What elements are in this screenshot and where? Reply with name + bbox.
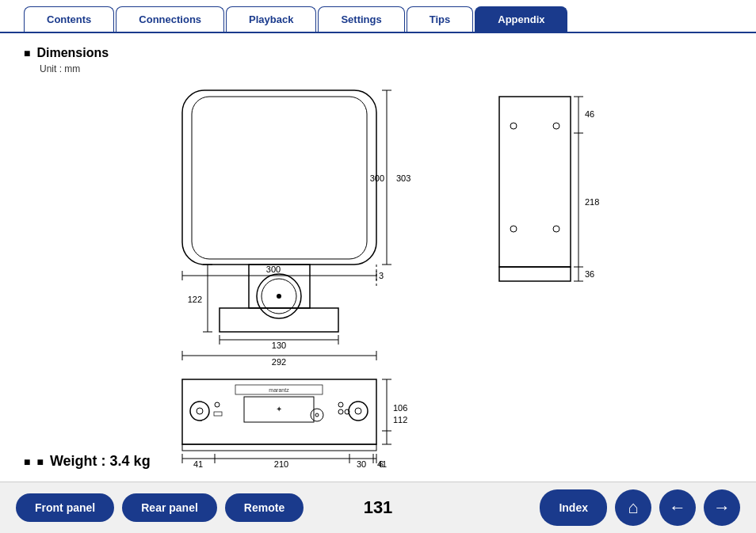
svg-rect-0 [182, 90, 376, 265]
home-button[interactable]: ⌂ [615, 489, 651, 526]
svg-point-59 [338, 402, 343, 407]
svg-text:106: 106 [393, 403, 407, 413]
svg-point-33 [510, 226, 517, 232]
svg-text:112: 112 [393, 415, 407, 424]
svg-text:30: 30 [357, 459, 366, 469]
remote-button[interactable]: Remote [225, 493, 304, 522]
svg-text:3: 3 [379, 271, 384, 280]
rear-panel-button[interactable]: Rear panel [122, 493, 217, 522]
svg-text:303: 303 [396, 173, 410, 183]
svg-point-34 [553, 226, 559, 232]
svg-rect-15 [220, 308, 338, 332]
svg-text:36: 36 [585, 269, 594, 279]
unit-label: Unit : mm [40, 63, 732, 74]
svg-point-58 [315, 413, 319, 417]
back-button[interactable]: ← [659, 489, 696, 526]
nav-tabs: Contents Connections Playback Settings T… [0, 0, 756, 33]
svg-text:122: 122 [188, 295, 202, 304]
svg-text:✦: ✦ [276, 405, 282, 413]
svg-text:300: 300 [370, 173, 384, 183]
svg-rect-35 [499, 267, 571, 281]
svg-text:46: 46 [585, 109, 594, 119]
bottom-bar: Front panel Rear panel Remote 131 Index … [0, 482, 756, 533]
svg-point-14 [277, 294, 281, 299]
weight-section: ■ Weight : 3.4 kg [24, 453, 151, 470]
bottom-right-buttons: Index ⌂ ← → [540, 489, 740, 526]
svg-point-32 [553, 123, 559, 129]
diagrams-area: 300 303 300 122 3 [24, 82, 732, 470]
svg-rect-1 [192, 97, 367, 259]
tab-connections[interactable]: Connections [116, 6, 224, 32]
svg-text:300: 300 [266, 265, 281, 274]
tab-appendix[interactable]: Appendix [475, 6, 567, 32]
dimensions-diagram: 300 303 300 122 3 [24, 82, 705, 470]
svg-point-53 [215, 402, 220, 407]
svg-point-50 [197, 408, 203, 414]
svg-point-57 [311, 409, 323, 421]
svg-text:210: 210 [274, 459, 288, 469]
svg-rect-30 [499, 97, 571, 267]
svg-rect-54 [214, 412, 222, 416]
tab-settings[interactable]: Settings [318, 6, 404, 32]
svg-text:130: 130 [272, 341, 286, 350]
tab-contents[interactable]: Contents [24, 6, 114, 32]
index-button[interactable]: Index [540, 489, 607, 526]
tab-playback[interactable]: Playback [226, 6, 316, 32]
svg-text:marantz: marantz [269, 387, 289, 393]
svg-point-52 [355, 408, 361, 414]
forward-button[interactable]: → [704, 489, 740, 526]
page-number: 131 [364, 497, 393, 518]
svg-point-51 [349, 402, 368, 421]
svg-text:6: 6 [379, 459, 384, 469]
svg-text:41: 41 [193, 459, 203, 469]
svg-point-60 [338, 409, 343, 414]
weight-label: Weight : 3.4 kg [50, 453, 151, 470]
section-title: Dimensions [24, 46, 732, 60]
front-panel-button[interactable]: Front panel [16, 493, 114, 522]
svg-rect-62 [182, 444, 376, 451]
svg-point-49 [190, 402, 209, 421]
svg-point-31 [510, 123, 517, 129]
svg-text:218: 218 [585, 197, 599, 207]
svg-text:292: 292 [272, 357, 286, 367]
tab-tips[interactable]: Tips [407, 6, 474, 32]
bottom-left-buttons: Front panel Rear panel Remote [16, 493, 304, 522]
